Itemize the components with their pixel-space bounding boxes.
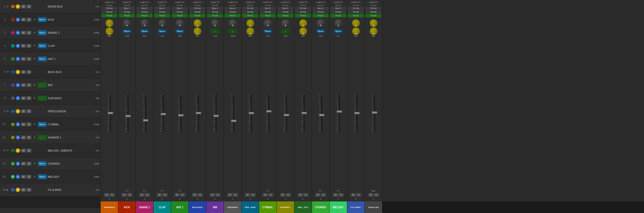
read-button[interactable]: Read [366,14,381,17]
bus1-label[interactable]: Bus 2 [330,7,346,10]
power-button[interactable]: ⏻ [16,30,20,35]
solo-button[interactable]: S [27,149,31,152]
power-button[interactable]: ⏻ [16,70,20,74]
power-button[interactable]: ⏻ [16,83,20,87]
pan-knob[interactable] [211,19,219,27]
fader-handle[interactable] [126,115,131,117]
solo-button[interactable]: S [27,175,31,179]
pan-knob[interactable] [123,19,131,27]
bus1-label[interactable]: Bus 2 [313,7,328,10]
snowflake-button[interactable]: ✳ [32,162,37,165]
bus2-label[interactable]: Group [366,10,381,13]
power-button[interactable]: ⏻ [16,109,20,114]
bus2-label[interactable]: Group [330,10,346,13]
expand-arrow[interactable]: ▼ [196,197,199,201]
snowflake-button[interactable]: ✳ [32,136,37,139]
mute-button[interactable]: M [21,5,26,8]
bus2-label[interactable]: Group [119,10,135,13]
fader-handle[interactable] [143,119,148,121]
bus2-label[interactable]: Group [207,10,223,13]
read-button[interactable]: Read [260,14,275,17]
expand-arrow[interactable]: ▶ [7,188,10,191]
pan-knob[interactable] [334,19,342,27]
channel-solo-button[interactable]: S [286,193,291,197]
channel-solo-button[interactable]: S [303,193,308,197]
expand-arrow[interactable]: ▼ [7,5,10,8]
read-button[interactable]: Read [295,14,311,17]
read-button[interactable]: Read [313,14,328,17]
bus1-label[interactable]: Bus 4 [225,7,240,10]
read-button[interactable]: Read [242,14,258,17]
power-button[interactable]: ⏻ [16,161,20,166]
fader-handle[interactable] [214,115,219,117]
read-button[interactable]: Read [101,14,117,17]
pan-knob[interactable] [141,19,149,27]
pan-knob[interactable] [299,27,307,35]
solo-button[interactable]: S [27,162,31,165]
snowflake-button[interactable]: ✳ [32,57,37,61]
snowflake-button[interactable]: ✳ [32,44,37,48]
channel-solo-button[interactable]: S [356,193,361,197]
solo-button[interactable]: S [27,5,31,8]
bus1-label[interactable]: St Out [189,7,205,10]
solo-button[interactable]: S [27,31,31,34]
channel-mute-button[interactable]: M [104,193,109,197]
bus2-label[interactable]: Group [313,10,328,13]
power-button[interactable]: ⏻ [16,135,20,140]
bus2-label[interactable]: Group [260,10,275,13]
expand-arrow[interactable]: ▼ [284,197,287,201]
mute-button[interactable]: M [21,83,26,87]
bus2-label[interactable]: Group [101,10,117,13]
solo-button[interactable]: S [27,83,31,87]
fader-handle[interactable] [196,112,201,114]
channel-solo-button[interactable]: S [198,193,203,197]
power-button[interactable]: ⏻ [16,188,20,192]
channel-mute-button[interactable]: M [139,193,144,197]
expand-arrow[interactable]: ▼ [7,70,10,73]
read-button[interactable]: Read [207,14,223,17]
fader-handle[interactable] [231,120,236,122]
pan-knob[interactable] [246,19,254,27]
channel-solo-button[interactable]: S [339,193,344,197]
solo-button[interactable]: S [27,96,31,100]
snowflake-button[interactable]: ✳ [32,175,37,179]
channel-mute-button[interactable]: M [263,193,268,197]
bus2-label[interactable]: Group [172,10,187,13]
channel-solo-button[interactable]: S [145,193,150,197]
read-button[interactable]: Read [330,14,346,17]
fader-handle[interactable] [178,114,183,116]
bus1-label[interactable]: Bus 1 [172,7,187,10]
mute-button[interactable]: M [21,188,26,192]
bus1-label[interactable]: Bus 1 [137,7,152,10]
mute-button[interactable]: M [21,123,26,126]
expand-arrow[interactable]: ▼ [337,197,340,201]
bus2-label[interactable]: Group [277,10,293,13]
expand-arrow[interactable]: ▼ [108,197,111,201]
mute-button[interactable]: M [21,18,26,21]
channel-mute-button[interactable]: M [227,193,232,197]
expand-arrow[interactable]: ▼ [161,197,164,201]
mute-button[interactable]: M [21,44,26,48]
channel-solo-button[interactable]: S [127,193,132,197]
power-button[interactable]: ⏻ [16,96,20,100]
expand-arrow[interactable]: ▼ [179,197,181,201]
solo-button[interactable]: S [27,44,31,48]
expand-arrow[interactable]: ▼ [249,197,252,201]
bus1-label[interactable]: Bus 1 [119,7,135,10]
bus1-label[interactable]: Bus 4 [207,7,223,10]
fader-handle[interactable] [337,111,342,113]
snowflake-button[interactable]: ✳ [32,31,37,34]
channel-mute-button[interactable]: M [280,193,285,197]
expand-arrow[interactable]: ▼ [267,197,269,201]
bus1-label[interactable]: St Out [295,7,311,10]
channel-mute-button[interactable]: M [333,193,338,197]
channel-mute-button[interactable]: M [368,193,373,197]
solo-button[interactable]: S [27,70,31,74]
snowflake-button[interactable]: ✳ [32,83,37,87]
mute-button[interactable]: M [21,110,26,113]
channel-mute-button[interactable]: M [210,193,215,197]
bus1-label[interactable]: Bus 5 [260,7,275,10]
mute-button[interactable]: M [21,149,26,152]
expand-arrow[interactable]: ▼ [231,197,234,201]
snowflake-button[interactable]: ✳ [32,18,37,21]
